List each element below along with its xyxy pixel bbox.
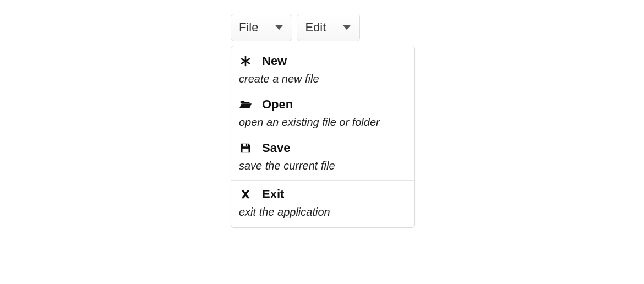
menu-item-open[interactable]: Open open an existing file or folder <box>231 92 414 135</box>
file-button-dropdown[interactable] <box>266 14 292 41</box>
menu-item-exit[interactable]: Exit exit the application <box>231 182 414 225</box>
menu-item-desc: exit the application <box>239 206 407 219</box>
menu-item-desc: open an existing file or folder <box>239 116 407 129</box>
caret-down-icon <box>275 21 283 34</box>
menu-item-label: Exit <box>262 187 284 201</box>
menu-item-label: New <box>262 54 287 68</box>
menu-separator <box>231 180 414 181</box>
file-menu: New create a new file Open open an exist… <box>231 46 415 228</box>
file-button-label: File <box>231 14 266 41</box>
caret-down-icon <box>343 21 351 34</box>
folder-open-icon <box>239 99 252 111</box>
edit-button-label: Edit <box>297 14 334 41</box>
edit-button-dropdown[interactable] <box>334 14 359 41</box>
save-icon <box>239 142 252 154</box>
asterisk-icon <box>239 55 252 67</box>
menu-item-desc: create a new file <box>239 73 407 85</box>
svg-rect-4 <box>246 144 247 146</box>
file-button[interactable]: File <box>231 14 292 41</box>
menu-item-new[interactable]: New create a new file <box>231 48 414 92</box>
menubar: File Edit <box>231 14 360 41</box>
svg-rect-3 <box>243 144 248 147</box>
close-icon <box>239 188 252 200</box>
menu-item-save[interactable]: Save save the current file <box>231 135 414 179</box>
menu-item-label: Save <box>262 141 290 155</box>
menu-item-label: Open <box>262 97 293 112</box>
svg-rect-5 <box>243 149 249 152</box>
edit-button[interactable]: Edit <box>297 14 360 41</box>
menu-item-desc: save the current file <box>239 160 407 172</box>
